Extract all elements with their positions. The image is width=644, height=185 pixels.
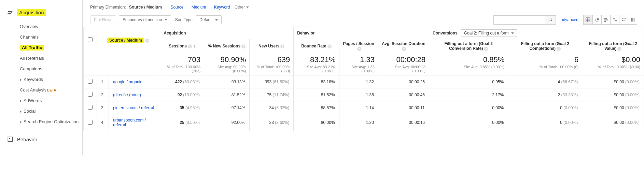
nav-section-label: Acquisition [17,9,46,16]
cell-bounce: 88.57% [294,101,339,114]
svg-rect-22 [632,18,633,22]
sidebar-item-seo[interactable]: Search Engine Optimization [20,116,82,127]
pivot-icon [630,17,635,22]
help-icon: ? [327,44,332,48]
cell-g2val: $0.00 (0.00%) [582,101,644,114]
sidebar-item-campaigns[interactable]: Campaigns [20,63,82,74]
cell-duration: 00:00:46 [378,88,429,101]
conversion-goal-select[interactable]: Goal 2: Filling out a form [461,29,517,37]
caret-icon [20,79,22,81]
view-pivot-button[interactable] [628,15,637,24]
view-comparison-button[interactable] [610,15,619,24]
row-source: urbanspoon.com / referral [109,114,160,131]
svg-point-2 [549,18,551,20]
col-new-users[interactable]: New Users? [250,39,294,53]
row-source: (direct) / (none) [109,88,160,101]
view-pie-button[interactable] [592,15,601,24]
cell-g2rate: 2.17% [429,88,508,101]
row-index: 3. [97,101,109,114]
row-checkbox[interactable] [88,105,93,110]
col-goal2-rate[interactable]: Filling out a form (Goal 2 Conversion Ra… [429,39,508,53]
dim-link-medium[interactable]: Medium [192,5,206,10]
group-conversions: ConversionsGoal 2: Filling out a form [429,27,644,39]
group-behavior: Behavior [294,27,429,39]
controls-bar: Plot Rows Secondary dimension Sort Type:… [83,13,644,27]
table-row: 3.pinterest.com / referral35 (4.98%)97.1… [84,101,644,114]
view-cloud-button[interactable] [619,15,628,24]
svg-rect-18 [625,18,626,19]
sort-arrow-icon: ↓ [193,44,195,48]
svg-rect-4 [586,18,590,22]
chevron-down-icon [215,19,218,21]
col-new-sessions[interactable]: % New Sessions? [204,39,250,53]
cell-bounce: 83.18% [294,75,339,88]
secondary-dimension-button[interactable]: Secondary dimension [119,15,171,24]
source-link[interactable]: (direct) / (none) [113,92,141,97]
cell-g2comp: 0 (0.00%) [508,101,582,114]
sidebar-item-social[interactable]: Social [20,106,82,116]
sidebar-item-overview[interactable]: Overview [20,21,82,32]
cell-duration: 00:00:26 [378,75,429,88]
help-icon[interactable]: ? [145,39,149,43]
table-icon [586,17,590,22]
nav-section-acquisition[interactable]: Acquisition [0,7,82,18]
help-icon: ? [280,44,284,48]
primary-dimension-selected[interactable]: Source / Medium [129,5,162,10]
col-sessions[interactable]: Sessions?↓ [160,39,204,53]
total-pages: 1.33Site Avg: 1.33 (0.00%) [339,53,378,75]
source-link[interactable]: google / organic [113,80,142,84]
col-goal2-value[interactable]: Filling out a form (Goal 2 Value)? [582,39,644,53]
primary-dimension-label: Primary Dimension: [90,5,126,10]
sidebar-item-channels[interactable]: Channels [20,32,82,42]
select-all-checkbox[interactable] [88,37,93,42]
cell-pages: 1.32 [339,75,378,88]
svg-rect-0 [8,137,13,142]
sort-type-select[interactable]: Default [196,15,221,24]
plot-rows-button: Plot Rows [90,15,116,24]
sidebar-item-all-traffic[interactable]: All Traffic [20,42,82,53]
row-index: 4. [97,114,109,131]
sidebar-item-keywords[interactable]: Keywords [20,74,82,85]
view-table-button[interactable] [584,15,592,24]
cell-new-users: 34 (5.32%) [250,101,294,114]
cell-g2val: $0.00 (0.00%) [582,75,644,88]
pie-icon [595,17,600,22]
search-button[interactable] [545,16,556,24]
row-index: 2. [97,88,109,101]
cell-g2rate: 0.00% [429,101,508,114]
sidebar-item-adwords[interactable]: AdWords [20,95,82,106]
row-checkbox[interactable] [88,120,93,125]
col-bounce-rate[interactable]: Bounce Rate? [294,39,339,53]
cell-g2val: $0.00 (0.00%) [582,88,644,101]
total-new-users: 639% of Total: 100.00% (639) [250,53,294,75]
source-link[interactable]: urbanspoon.com / referral [113,118,146,127]
cell-new-sessions: 97.14% [204,101,250,114]
col-avg-duration[interactable]: Avg. Session Duration? [378,39,429,53]
nav-items: Overview Channels All Traffic All Referr… [0,21,82,127]
col-goal2-completions[interactable]: Filling out a form (Goal 2 Completions)? [508,39,582,53]
svg-line-3 [551,20,552,21]
source-link[interactable]: pinterest.com / referral [113,105,154,110]
report-table: Source / Medium? Acquisition Behavior Co… [83,27,644,131]
primary-dimension-bar: Primary Dimension: Source / Medium Sourc… [83,0,644,13]
cell-bounce: 81.52% [294,88,339,101]
dim-link-keyword[interactable]: Keyword [214,5,230,10]
svg-rect-17 [624,18,625,19]
row-checkbox[interactable] [88,92,93,97]
dim-link-source[interactable]: Source [170,5,183,10]
nav-section-behavior[interactable]: Behavior [0,134,82,145]
col-pages-session[interactable]: Pages / Session? [339,39,378,53]
main-content: Primary Dimension: Source / Medium Sourc… [82,0,644,155]
sidebar-item-all-referrals[interactable]: All Referrals [20,53,82,63]
cell-pages: 1.35 [339,88,378,101]
svg-rect-11 [604,19,608,20]
comparison-icon [613,17,617,22]
totals-row: 703% of Total: 100.00% (703) 90.90%Site … [84,53,644,75]
dimension-header[interactable]: Source / Medium? [97,27,160,53]
dim-link-other[interactable]: Other [235,5,249,10]
advanced-link[interactable]: advanced [561,17,578,22]
sidebar-item-cost-analysis[interactable]: Cost AnalysisBETA [20,85,82,95]
search-input[interactable] [494,16,545,24]
view-bar-button[interactable] [601,15,610,24]
row-checkbox[interactable] [88,79,93,84]
